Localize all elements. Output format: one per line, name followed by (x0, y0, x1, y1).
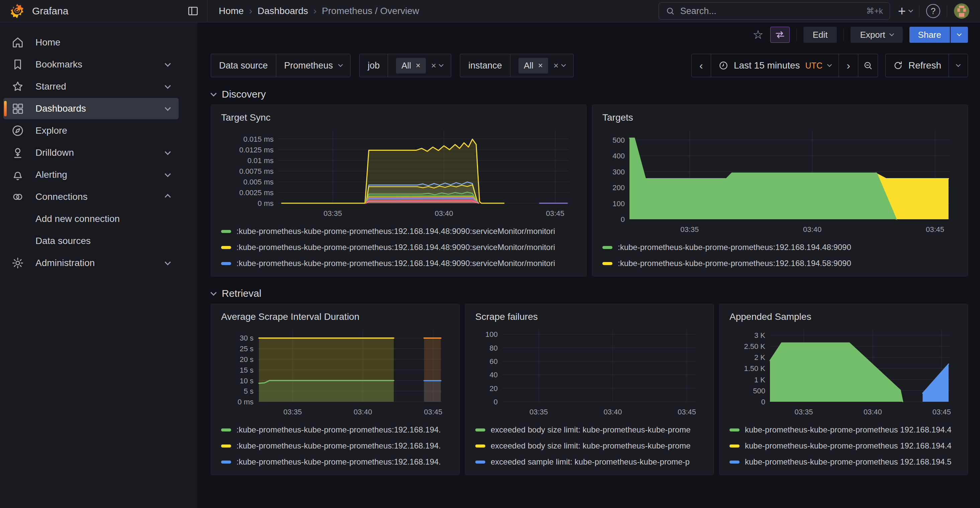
legend-item[interactable]: :kube-prometheus-kube-prome-prometheus:1… (221, 223, 578, 239)
svg-text:03:45: 03:45 (546, 209, 564, 217)
public-dashboard-button[interactable] (770, 27, 790, 43)
target-sync-chart[interactable]: 0 ms0.0025 ms0.005 ms0.0075 ms0.01 ms0.0… (220, 124, 578, 220)
drilldown-icon (11, 146, 25, 160)
legend-item[interactable]: :kube-prometheus-kube-prome-prometheus:1… (602, 239, 959, 256)
panel-title[interactable]: Scrape failures (474, 310, 705, 324)
legend-item[interactable]: :kube-prometheus-kube-prome-prometheus:1… (602, 256, 959, 271)
avg-scrape-legend: :kube-prometheus-kube-prome-prometheus:1… (220, 418, 450, 471)
sidebar-item-label: Dashboards (35, 103, 155, 114)
grafana-logo-icon[interactable] (10, 3, 25, 19)
legend-item[interactable]: :kube-prometheus-kube-prome-prometheus:1… (221, 256, 578, 271)
avg-scrape-chart[interactable]: 0 ms5 s10 s15 s20 s25 s30 s03:3503:4003:… (220, 324, 450, 418)
user-avatar[interactable] (954, 3, 969, 19)
time-shift-back-button[interactable]: ‹ (692, 54, 711, 77)
legend-item[interactable]: kube-prometheus-kube-prome-prometheus 19… (729, 454, 959, 470)
datasource-picker[interactable]: Data source Prometheus (211, 54, 350, 77)
sidebar-item-starred[interactable]: Starred (3, 76, 178, 97)
datasource-value[interactable]: Prometheus (276, 54, 350, 77)
sidebar-item-explore[interactable]: Explore (3, 120, 178, 141)
breadcrumb-dashboards[interactable]: Dashboards (258, 6, 308, 16)
remove-chip-icon[interactable]: × (416, 61, 420, 70)
sidebar-item-add-new-connection[interactable]: Add new connection (3, 208, 178, 230)
sidebar-item-alerting[interactable]: Alerting (3, 164, 178, 186)
appended-samples-chart[interactable]: 05001 K1.50 K2 K2.50 K3 K03:3503:4003:45 (728, 324, 959, 418)
svg-text:03:45: 03:45 (932, 408, 951, 416)
instance-all-chip[interactable]: All × (519, 58, 548, 73)
panel-targets: Targets 010020030040050003:3503:4003:45 … (592, 105, 968, 276)
chevron-down-icon (165, 259, 170, 265)
legend-item[interactable]: exceeded body size limit: kube-prometheu… (475, 438, 705, 454)
section-retrieval[interactable]: Retrieval (212, 288, 968, 299)
plus-icon: + (898, 4, 906, 18)
svg-text:0.01 ms: 0.01 ms (248, 156, 274, 165)
svg-text:2.50 K: 2.50 K (744, 342, 765, 351)
collapse-icon (210, 90, 216, 96)
sidebar-item-label: Bookmarks (35, 59, 155, 70)
series-label: kube-prometheus-kube-prome-prometheus 19… (745, 441, 951, 451)
clear-icon[interactable]: × (554, 60, 558, 71)
targets-chart[interactable]: 010020030040050003:3503:4003:45 (601, 124, 959, 236)
scrape-failures-chart[interactable]: 02040608010003:3503:4003:45 (474, 324, 705, 418)
svg-text:400: 400 (612, 152, 625, 160)
legend-item[interactable]: :kube-prometheus-kube-prome-prometheus:1… (221, 422, 450, 438)
edit-button[interactable]: Edit (803, 27, 837, 43)
panel-title[interactable]: Appended Samples (728, 310, 959, 324)
job-all-chip[interactable]: All × (396, 58, 426, 73)
job-value[interactable]: All × × (388, 54, 451, 77)
chevron-down-icon (165, 60, 170, 67)
search-input[interactable]: Search... ⌘+k (659, 2, 890, 20)
job-filter[interactable]: job All × × (359, 54, 451, 77)
sidebar-item-label: Drilldown (35, 148, 155, 158)
legend-item[interactable]: kube-prometheus-kube-prome-prometheus 19… (729, 438, 959, 454)
remove-chip-icon[interactable]: × (538, 61, 543, 70)
zoom-out-button[interactable] (858, 54, 878, 77)
sidebar-item-connections[interactable]: Connections (3, 186, 178, 208)
help-icon: ? (931, 6, 935, 16)
refresh-interval-button[interactable] (949, 54, 967, 77)
bell-icon (11, 168, 25, 182)
clear-icon[interactable]: × (431, 60, 436, 71)
star-dashboard-button[interactable]: ☆ (752, 29, 763, 41)
svg-text:200: 200 (612, 184, 625, 192)
panel-title[interactable]: Average Scrape Interval Duration (220, 310, 450, 324)
series-label: exceeded body size limit: kube-prometheu… (491, 441, 691, 451)
instance-value[interactable]: All × × (511, 54, 573, 77)
legend-item[interactable]: kube-prometheus-kube-prome-prometheus 19… (729, 422, 959, 438)
share-button[interactable]: Share (909, 27, 950, 43)
legend-item[interactable]: :kube-prometheus-kube-prome-prometheus:1… (221, 239, 578, 256)
breadcrumb-home[interactable]: Home (219, 6, 244, 16)
connections-icon (11, 190, 25, 204)
legend-item[interactable]: :kube-prometheus-kube-prome-prometheus:1… (221, 454, 450, 470)
new-button[interactable]: + (898, 4, 912, 18)
panel-appended-samples: Appended Samples 05001 K1.50 K2 K2.50 K3… (719, 304, 968, 475)
sidebar-item-dashboards[interactable]: Dashboards (3, 98, 178, 119)
help-button[interactable]: ? (926, 4, 940, 18)
sidebar-item-data-sources[interactable]: Data sources (3, 230, 178, 252)
sidebar-item-drilldown[interactable]: Drilldown (3, 142, 178, 164)
instance-filter[interactable]: instance All × × (460, 54, 574, 77)
series-label: :kube-prometheus-kube-prome-prometheus:1… (237, 441, 441, 451)
legend-item[interactable]: :kube-prometheus-kube-prome-prometheus:1… (221, 438, 450, 454)
export-button[interactable]: Export (851, 27, 902, 43)
panel-title[interactable]: Targets (601, 110, 959, 124)
sidebar-item-bookmarks[interactable]: Bookmarks (3, 54, 178, 75)
panel-title[interactable]: Target Sync (220, 110, 578, 124)
time-range-picker[interactable]: Last 15 minutes UTC (711, 54, 839, 77)
svg-text:0.0075 ms: 0.0075 ms (239, 167, 274, 175)
chevron-down-icon (908, 8, 913, 13)
section-discovery[interactable]: Discovery (212, 89, 968, 100)
svg-text:15 s: 15 s (239, 366, 253, 374)
legend-item[interactable]: exceeded sample limit: kube-prometheus-k… (475, 454, 705, 470)
share-options-button[interactable] (951, 27, 968, 43)
sidebar-item-administration[interactable]: Administration (3, 252, 178, 274)
sidebar-toggle-icon[interactable] (184, 2, 202, 21)
refresh-button[interactable]: Refresh (886, 54, 949, 77)
share-button-group: Share (909, 27, 968, 43)
svg-text:25 s: 25 s (239, 344, 253, 353)
svg-text:03:35: 03:35 (530, 408, 548, 416)
legend-item[interactable]: exceeded body size limit: kube-prometheu… (475, 422, 705, 438)
svg-text:0: 0 (494, 398, 498, 406)
page-body: HomeBookmarksStarredDashboardsExploreDri… (0, 22, 980, 508)
sidebar-item-home[interactable]: Home (3, 32, 178, 53)
time-shift-forward-button[interactable]: › (839, 54, 858, 77)
